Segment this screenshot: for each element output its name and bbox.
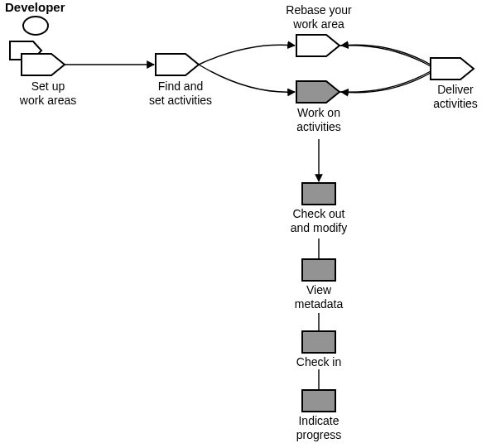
node-view xyxy=(302,259,335,281)
edge-deliver-workon xyxy=(341,73,431,93)
label-checkout: Check outand modify xyxy=(282,207,356,235)
label-find: Find andset activities xyxy=(139,79,222,108)
label-workon: Work onactivities xyxy=(282,106,356,134)
edge-deliver-rebase xyxy=(341,45,431,65)
diagram-canvas xyxy=(0,0,496,448)
edge-workon-deliver xyxy=(339,71,431,92)
node-find xyxy=(156,54,199,75)
svg-point-0 xyxy=(23,17,48,35)
label-indicate: Indicateprogress xyxy=(282,414,356,442)
actor-label: Developer xyxy=(5,0,65,14)
node-rebase xyxy=(296,35,339,56)
label-rebase: Rebase yourwork area xyxy=(273,3,364,31)
edge-find-rebase xyxy=(199,45,295,65)
label-view: Viewmetadata xyxy=(282,283,356,311)
node-indicate xyxy=(302,390,335,412)
node-setup xyxy=(22,54,65,75)
node-workon xyxy=(296,81,339,103)
node-deliver xyxy=(431,58,474,79)
label-checkin: Check in xyxy=(282,355,356,369)
node-checkout xyxy=(302,183,335,205)
label-setup: Set upwork areas xyxy=(15,79,81,108)
edge-rebase-deliver xyxy=(339,46,431,66)
label-deliver: Deliveractivities xyxy=(422,83,489,111)
node-checkin xyxy=(302,331,335,353)
